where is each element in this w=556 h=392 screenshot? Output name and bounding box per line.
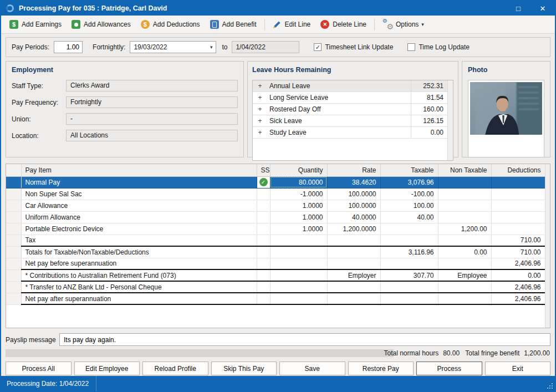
pay-periods-input[interactable] <box>54 41 83 53</box>
non-taxable-cell[interactable] <box>438 211 491 223</box>
table-row-portable-electronic-device[interactable]: Portable Electronic Device 1.0000 1,200.… <box>6 223 545 235</box>
quantity-cell[interactable]: 1.0000 <box>270 211 327 223</box>
column-header-pay-item[interactable]: Pay Item <box>21 164 257 176</box>
options-button[interactable]: ⚙ ⚙ Options ▾ <box>378 18 429 32</box>
exit-button[interactable]: Exit <box>485 362 551 375</box>
quantity-cell[interactable]: 1.0000 <box>270 223 327 235</box>
reload-profile-button[interactable]: Reload Profile <box>142 362 208 375</box>
add-benefit-button[interactable]: Add Benefit <box>205 18 262 31</box>
taxable-cell[interactable] <box>380 235 438 246</box>
rate-cell[interactable]: 40.0000 <box>327 211 380 223</box>
expand-plus-icon[interactable]: + <box>253 104 267 115</box>
leave-row-study[interactable]: + Study Leave 0.00 <box>253 127 447 139</box>
deductions-cell[interactable] <box>491 176 545 188</box>
add-earnings-button[interactable]: $ Add Earnings <box>4 18 67 31</box>
pay-date-to-value: 1/04/2022 <box>236 43 265 51</box>
column-header-deductions[interactable]: Deductions <box>491 164 545 176</box>
leave-row-long-service[interactable]: + Long Service Leave 81.54 <box>253 92 447 104</box>
quantity-cell[interactable] <box>270 235 327 246</box>
pay-item-cell[interactable]: Car Allowance <box>21 200 257 211</box>
table-row-normal-pay[interactable]: Normal Pay ✓ 80.0000 38.4620 3,076.96 <box>6 176 545 188</box>
edit-employee-button[interactable]: Edit Employee <box>74 362 140 375</box>
pay-item-cell[interactable]: Tax <box>21 235 257 246</box>
quantity-cell[interactable]: 80.0000 <box>270 176 327 188</box>
resize-grip-icon[interactable] <box>552 388 553 389</box>
pay-item-cell[interactable]: Normal Pay <box>21 176 257 188</box>
non-taxable-cell[interactable] <box>438 235 491 246</box>
table-row-net-pay-before-super: Net pay before superannuation 2,406.96 <box>6 258 545 269</box>
leave-row-sick[interactable]: + Sick Leave 126.15 <box>253 115 447 127</box>
net-before-value-cell: 2,406.96 <box>491 258 545 269</box>
rate-cell[interactable]: 1,200.0000 <box>327 223 380 235</box>
taxable-cell[interactable]: 3,076.96 <box>380 176 438 188</box>
column-header-ss[interactable]: SS <box>257 164 270 176</box>
totals-label-cell: Totals for Taxable/NonTaxable/Deductions <box>21 246 257 258</box>
leave-value: 81.54 <box>411 92 447 103</box>
table-row-car-allowance[interactable]: Car Allowance 1.0000 100.0000 100.00 <box>6 200 545 211</box>
employee-photo <box>468 80 544 157</box>
rate-cell[interactable]: 100.0000 <box>327 188 380 200</box>
maximize-button[interactable]: □ <box>506 1 531 16</box>
rate-cell[interactable]: 38.4620 <box>327 176 380 188</box>
taxable-cell[interactable]: 100.00 <box>380 200 438 211</box>
payslip-message-input[interactable] <box>59 333 550 346</box>
payslip-message-label: Payslip message <box>6 336 59 344</box>
process-all-button[interactable]: Process All <box>6 362 72 375</box>
save-button[interactable]: Save <box>279 362 345 375</box>
deductions-cell[interactable] <box>491 200 545 211</box>
ss-cell[interactable]: ✓ <box>257 176 270 188</box>
expand-plus-icon[interactable]: + <box>253 127 267 138</box>
coin-deductions-icon: $ <box>141 20 150 29</box>
rate-cell[interactable] <box>327 235 380 246</box>
taxable-cell[interactable] <box>380 223 438 235</box>
restore-pay-button[interactable]: Restore Pay <box>348 362 414 375</box>
leave-row-rdo[interactable]: + Rostered Day Off 160.00 <box>253 104 447 115</box>
content-area: Pay Periods: Fortnightly: 19/03/2022 ▾ t… <box>1 34 555 376</box>
ss-cell[interactable] <box>257 188 270 200</box>
table-row-tax[interactable]: Tax 710.00 <box>6 235 545 246</box>
column-header-taxable[interactable]: Taxable <box>380 164 438 176</box>
employee-label-cell: Employee <box>438 269 491 281</box>
leave-scrollbar[interactable] <box>447 80 453 160</box>
expand-plus-icon[interactable]: + <box>253 115 267 126</box>
edit-line-button[interactable]: Edit Line <box>268 18 316 31</box>
quantity-cell[interactable]: -1.0000 <box>270 188 327 200</box>
non-taxable-cell[interactable] <box>438 188 491 200</box>
non-taxable-cell[interactable] <box>438 176 491 188</box>
table-row-non-super-sal-sac[interactable]: Non Super Sal Sac -1.0000 100.0000 -100.… <box>6 188 545 200</box>
column-header-rate[interactable]: Rate <box>327 164 380 176</box>
skip-this-pay-button[interactable]: Skip This Pay <box>211 362 277 375</box>
non-taxable-cell[interactable] <box>438 200 491 211</box>
ss-cell[interactable] <box>257 223 270 235</box>
ss-cell[interactable] <box>257 200 270 211</box>
pay-date-from-dropdown[interactable]: 19/03/2022 ▾ <box>130 41 216 53</box>
add-allowances-button[interactable]: Add Allowances <box>67 18 136 31</box>
close-button[interactable]: ✕ <box>531 1 555 16</box>
time-log-checkbox[interactable]: Time Log Update <box>407 43 470 51</box>
taxable-cell[interactable]: 40.00 <box>380 211 438 223</box>
pay-item-cell[interactable]: Portable Electronic Device <box>21 223 257 235</box>
leave-row-annual[interactable]: + Annual Leave 252.31 <box>253 80 447 92</box>
taxable-cell[interactable]: -100.00 <box>380 188 438 200</box>
expand-plus-icon[interactable]: + <box>253 80 267 91</box>
add-deductions-button[interactable]: $ Add Deductions <box>136 18 205 31</box>
timesheet-link-checkbox[interactable]: ✓ Timesheet Link Update <box>314 43 393 51</box>
delete-line-button[interactable]: ✕ Delete Line <box>315 18 371 31</box>
pay-item-cell[interactable]: Non Super Sal Sac <box>21 188 257 200</box>
pay-item-cell[interactable]: Uniform Allowance <box>21 211 257 223</box>
deductions-cell[interactable] <box>491 211 545 223</box>
non-taxable-cell[interactable]: 1,200.00 <box>438 223 491 235</box>
deductions-cell[interactable] <box>491 188 545 200</box>
column-header-non-taxable[interactable]: Non Taxable <box>438 164 491 176</box>
ss-cell[interactable] <box>257 235 270 246</box>
process-button[interactable]: Process <box>416 362 482 375</box>
table-row-uniform-allowance[interactable]: Uniform Allowance 1.0000 40.0000 40.00 <box>6 211 545 223</box>
deductions-cell[interactable] <box>491 223 545 235</box>
column-header-quantity[interactable]: Quantity <box>270 164 327 176</box>
ss-cell[interactable] <box>257 211 270 223</box>
rate-cell[interactable]: 100.0000 <box>327 200 380 211</box>
expand-plus-icon[interactable]: + <box>253 92 267 103</box>
grid-scrollbar[interactable] <box>545 164 550 328</box>
quantity-cell[interactable]: 1.0000 <box>270 200 327 211</box>
deductions-cell[interactable]: 710.00 <box>491 235 545 246</box>
